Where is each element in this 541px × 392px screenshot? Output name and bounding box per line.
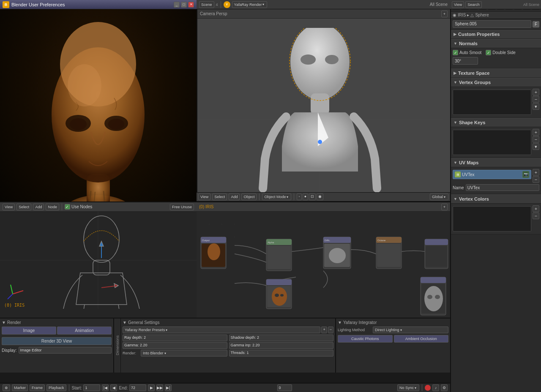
render-image-btn[interactable]: Image — [2, 327, 56, 335]
ne-add-btn[interactable]: + — [441, 204, 448, 210]
shape-keys-remove[interactable]: − — [533, 136, 539, 143]
ln-view[interactable]: View — [3, 204, 15, 210]
minimize-button[interactable]: _ — [174, 2, 180, 8]
vp-select-btn[interactable]: Select — [212, 193, 227, 200]
vp-object-btn[interactable]: Object — [241, 193, 257, 200]
ln-free-unuse[interactable]: Free Unuse — [170, 204, 194, 210]
shadow-depth-input[interactable]: Shadow depth: 2 — [229, 335, 334, 341]
double-side-checkbox[interactable] — [486, 50, 491, 55]
vertex-colors-remove[interactable]: − — [533, 212, 539, 219]
object-name-display[interactable]: Sphere.005 — [453, 20, 531, 28]
lighting-dropdown[interactable]: Direct Lighting — [373, 327, 448, 333]
render-3d-btn[interactable]: Render 3D View — [2, 337, 112, 345]
3d-viewport[interactable]: Camera Persp + — [197, 9, 450, 201]
texture-space-header[interactable]: Texture Space — [451, 68, 541, 78]
custom-properties-header[interactable]: Custom Properties — [451, 30, 541, 39]
ray-depth-input[interactable]: Ray depth: 2 — [123, 335, 227, 341]
shape-keys-add[interactable]: + — [533, 129, 539, 136]
gs-preset-remove[interactable]: − — [328, 327, 333, 333]
gamma-inp-input[interactable]: Gamma inp: 2.20 — [229, 342, 334, 349]
tl-prev-start[interactable]: |◀ — [102, 384, 109, 391]
shading-tex[interactable]: ⊡ — [309, 193, 316, 200]
object-mode-dropdown[interactable]: Object Mode — [262, 193, 291, 200]
renderer-select[interactable]: YafaRay Render — [232, 1, 268, 8]
ambient-btn[interactable]: Ambient Occlusion — [394, 335, 449, 343]
vertex-colors-add[interactable]: + — [533, 205, 539, 212]
svg-point-10 — [68, 64, 101, 106]
shape-keys-list[interactable] — [453, 130, 531, 155]
tl-sync-dropdown[interactable]: No Sync — [397, 384, 419, 391]
tl-marker-btn[interactable]: Marker — [12, 384, 28, 391]
tl-current-frame[interactable] — [277, 384, 292, 391]
tl-settings-btn[interactable]: ⚙ — [441, 384, 448, 391]
uv-map-item[interactable]: ⊞ UVTex 📷 — [453, 170, 531, 179]
tl-playback-btn[interactable]: Playback — [46, 384, 66, 391]
ln-select[interactable]: Select — [16, 204, 31, 210]
uv-maps-header[interactable]: UV Maps — [451, 158, 541, 167]
shape-keys-header[interactable]: Shape Keys — [451, 118, 541, 127]
display-select[interactable]: Image Editor — [19, 347, 112, 354]
yafaray-logo: Y — [224, 1, 230, 8]
gs-preset-dropdown[interactable]: Yafaray Render Presets — [123, 327, 320, 333]
fake-user-button[interactable]: F — [533, 21, 539, 27]
tl-frame-btn[interactable]: Frame — [30, 384, 45, 391]
tl-icon[interactable]: ⊕ — [3, 384, 10, 391]
node-editor-content[interactable]: Output Alpha Diffc. — [197, 212, 450, 318]
angle-input[interactable] — [453, 57, 478, 65]
tl-record-btn[interactable] — [425, 385, 431, 391]
vertex-colors-header[interactable]: Vertex Colors — [451, 194, 541, 204]
shadow-depth-label: Shadow depth: 2 — [231, 335, 260, 340]
svg-point-59 — [272, 287, 287, 306]
close-button[interactable]: ✕ — [188, 2, 194, 8]
vertex-groups-move-down[interactable]: ▾ — [533, 103, 539, 110]
normals-header[interactable]: Normals — [451, 39, 541, 48]
vertex-colors-label: Vertex Colors — [459, 196, 489, 201]
uvmap-camera-btn[interactable]: 📷 — [522, 171, 529, 178]
caustic-btn[interactable]: Caustic Photons — [338, 335, 393, 343]
left-node-panel[interactable]: View Select Add Node Use Nodes Free Unus… — [0, 201, 197, 318]
tl-end-input[interactable] — [129, 384, 146, 391]
outliner-search-btn[interactable]: Search — [465, 1, 482, 8]
ln-use-nodes-cb[interactable] — [65, 204, 70, 210]
3d-viewport-content[interactable]: (0) IRIS — [197, 19, 450, 201]
shading-btns: ◦ ● ⊡ ◉ — [297, 193, 323, 200]
shading-render[interactable]: ◉ — [317, 193, 323, 200]
tl-next-frame[interactable]: ▶▶ — [156, 384, 163, 391]
render-anim-btn[interactable]: Animation — [57, 327, 112, 335]
tl-sound-btn[interactable]: ♪ — [432, 384, 439, 391]
uv-name-input[interactable] — [466, 184, 539, 191]
general-settings-header: ▼ General Settings — [123, 320, 333, 325]
shading-solid[interactable]: ● — [303, 193, 308, 200]
tl-start-input[interactable] — [83, 384, 100, 391]
outliner-view-btn[interactable]: View — [452, 1, 464, 8]
vertex-groups-remove[interactable]: − — [533, 96, 539, 103]
ln-node[interactable]: Node — [46, 204, 59, 210]
all-scene-label: All Scene — [430, 2, 448, 7]
tl-prev-frame[interactable]: ◀ — [110, 384, 117, 391]
maximize-button[interactable]: □ — [181, 2, 187, 8]
uv-maps-remove[interactable]: − — [533, 176, 539, 183]
vertex-groups-list[interactable] — [453, 90, 531, 115]
left-node-content[interactable]: (0) IRIS — [0, 212, 197, 318]
vertex-groups-add[interactable]: + — [533, 89, 539, 95]
threads-input[interactable]: Threads: 1 — [229, 350, 334, 357]
gamma-input[interactable]: Gamma: 2.20 — [123, 342, 227, 349]
tl-next-end[interactable]: ▶| — [165, 384, 172, 391]
scene-btn[interactable]: Scene — [199, 1, 214, 8]
vertex-groups-header[interactable]: Vertex Groups — [451, 78, 541, 87]
ln-add[interactable]: Add — [33, 204, 44, 210]
shading-wire[interactable]: ◦ — [297, 193, 301, 200]
tl-play[interactable]: ▶ — [148, 384, 155, 391]
uv-maps-add[interactable]: + — [533, 169, 539, 176]
vp-add-btn[interactable]: + — [441, 11, 448, 17]
global-dropdown[interactable]: Global — [430, 193, 448, 200]
gamma-row: Gamma: 2.20 — [123, 342, 227, 349]
auto-smooth-checkbox[interactable] — [453, 50, 458, 55]
vertex-colors-list[interactable] — [453, 206, 531, 231]
render-into-dropdown[interactable]: Into Blender — [141, 350, 227, 357]
gs-preset-add[interactable]: + — [321, 327, 327, 333]
node-editor[interactable]: (0) IRIS + — [197, 201, 450, 318]
shape-keys-move-down[interactable]: ▾ — [533, 143, 539, 150]
vp-view-btn[interactable]: View — [198, 193, 210, 200]
vp-add-btn2[interactable]: Add — [229, 193, 240, 200]
